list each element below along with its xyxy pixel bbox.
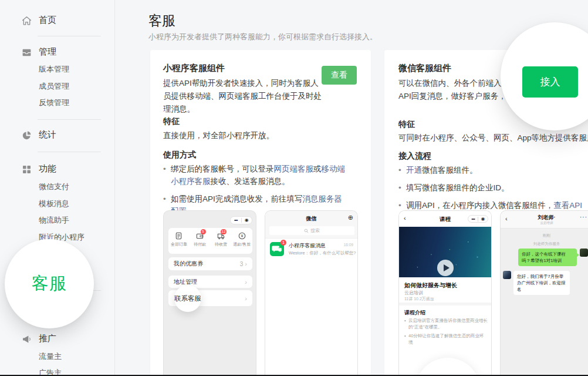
service-note: 刘老师为你服务 xyxy=(501,241,588,247)
shortcut-pending-receipt: 12 待收货 xyxy=(211,228,232,254)
view-button[interactable]: 查看 xyxy=(322,66,357,85)
shortcut-refund: ¥ 退款/售后 xyxy=(231,228,252,254)
join-button[interactable]: 接入 xyxy=(522,66,578,98)
shortcut-label: 退款/售后 xyxy=(231,241,252,247)
text: 填写微信客服组件的企业ID。 xyxy=(406,183,509,192)
row-label: 我的优惠券 xyxy=(174,260,240,268)
refund-icon: ¥ xyxy=(238,231,246,240)
wechat-title: 微信 xyxy=(265,215,357,223)
flow-item: 开通微信客服组件。 xyxy=(398,164,583,176)
card-miniprogram-service: 小程序客服组件 查看 提供API帮助开发者快速接入，同时为客服人员提供移动端、网… xyxy=(150,50,371,376)
page-subtitle: 小程序为开发者提供了两种客服能力，你可根据需求自行选择接入。 xyxy=(148,32,377,42)
sidebar-item-features[interactable]: 功能 xyxy=(39,163,56,174)
agent-org: 云启培训 xyxy=(501,221,588,225)
incoming-bubble: 您好，我们将于7月份举办广州线下培训，欢迎报名 xyxy=(513,271,570,295)
sidebar-divider xyxy=(38,152,101,152)
intro-heading: 课程介绍 xyxy=(404,309,425,317)
sidebar-divider xyxy=(38,36,101,36)
miniprogram-capsule: ••• ◉ xyxy=(468,215,488,223)
unread-badge: 1 xyxy=(281,240,286,246)
row-value: 3 xyxy=(240,261,244,267)
svg-text:¥: ¥ xyxy=(241,233,244,239)
more-icon: ··· xyxy=(580,214,587,220)
sidebar-item-customer-service[interactable]: 客服 xyxy=(32,272,67,296)
chat-preview: Westore：你好，有什么可以帮您? xyxy=(289,250,356,256)
spotlight-sidebar-kefu: 客服 xyxy=(5,239,94,328)
megaphone-icon xyxy=(21,334,32,345)
sidebar-subitem-label: 微信支付 xyxy=(39,182,69,191)
user-avatar xyxy=(580,249,588,257)
sidebar-item-manage[interactable]: 管理 xyxy=(39,46,56,58)
sidebar-item-traffic-owner[interactable]: 流量主 xyxy=(39,351,62,362)
sidebar-item-home[interactable]: 首页 xyxy=(39,15,56,26)
close-target-icon: ◉ xyxy=(242,217,252,224)
badge: 5 xyxy=(201,229,206,234)
miniprogram-capsule: ••• ◉ xyxy=(230,216,252,224)
search-icon xyxy=(304,229,309,233)
intro-item: 云启培训官方直播告诉你微信里商业增长的“正道”在哪里。 xyxy=(404,317,488,330)
open-service-link[interactable]: 开通 xyxy=(406,166,422,174)
row-label: 地址管理 xyxy=(174,278,245,286)
chevron-right-icon: › xyxy=(245,278,247,286)
section-divider xyxy=(399,303,491,306)
spotlight-contact-service: 联系客服 xyxy=(174,285,201,312)
screenshot-service-chat: ‹ 刘老师· 云启培训 ··· 刚刚 刘老师为你服务 你好，这个有线下课程吗？希… xyxy=(500,210,588,376)
sidebar-item-logistics[interactable]: 物流助手 xyxy=(39,215,69,226)
chat-title: 小程序客服消息 xyxy=(289,242,326,250)
chat-list-item: 1 小程序客服消息 16:09 Westore：你好，有什么可以帮您? xyxy=(265,239,357,260)
sidebar-subitem-label: 流量主 xyxy=(39,352,62,361)
chat-header: ‹ 刘老师· 云启培训 ··· xyxy=(501,211,588,229)
text: 微信客服组件。 xyxy=(422,166,478,174)
sidebar-subitem-label: 模板消息 xyxy=(39,199,69,208)
course-title: 如何做好服务与增长 xyxy=(404,281,457,290)
usage-item: 绑定后的客服帐号，可以登录网页端客服或移动端小程序客服接收、发送客服消息。 xyxy=(163,163,348,187)
inbox-icon xyxy=(21,47,32,58)
shortcut-pending-payment: 5 待付款 xyxy=(190,228,211,254)
feature-heading: 特征 xyxy=(398,119,415,130)
video-thumbnail xyxy=(399,227,491,277)
web-service-link[interactable]: 网页端客服 xyxy=(274,164,314,173)
sidebar-item-label: 管理 xyxy=(39,46,56,56)
sidebar-subitem-label: 版本管理 xyxy=(39,65,69,73)
text: 或 xyxy=(313,164,322,173)
screenshot-wechat-list: 微信 ⊕ 搜索 1 小程序客服消息 16:09 Westore：你好，有什么可以… xyxy=(265,210,358,376)
sidebar-item-feedback-manage[interactable]: 反馈管理 xyxy=(39,98,69,108)
feature-text: 可同时在小程序、公众号、网页、App等地方提供客服服务。 xyxy=(398,133,588,143)
sidebar-item-promotion[interactable]: 推广 xyxy=(39,333,56,344)
chevron-right-icon: › xyxy=(245,260,247,267)
sidebar-item-version-manage[interactable]: 版本管理 xyxy=(39,64,69,75)
more-dots-icon: ••• xyxy=(468,216,478,223)
sidebar-item-member-manage[interactable]: 成员管理 xyxy=(39,81,69,92)
search-placeholder: 搜索 xyxy=(310,227,320,234)
shortcut-all-orders: 全部订单 xyxy=(168,228,190,254)
clipboard-icon xyxy=(174,231,183,240)
screenshot-course-page: ‹ 课程 ••• ◉ 如何做好服务与增长 云启培训 11讲 10.2万播放 课程… xyxy=(398,210,492,376)
feature-text: 直接使用，对全部小程序开放。 xyxy=(163,130,274,141)
text: 如需使用API完成消息收发，前往填写 xyxy=(171,194,302,203)
screenshot-order-page: ••• ◉ 全部订单 5 待付款 12 待收货 ¥ 退款/售后 xyxy=(163,210,256,376)
spotlight-faint-circle xyxy=(415,358,481,376)
shortcut-label: 全部订单 xyxy=(168,241,190,247)
usage-heading: 使用方式 xyxy=(163,150,196,160)
text: 调用API，在小程序内接入微信客服组件， xyxy=(406,201,553,210)
sidebar-item-label: 首页 xyxy=(39,15,56,25)
row-coupons: 我的优惠券 3 › xyxy=(168,257,252,270)
pie-chart-icon xyxy=(21,130,32,141)
course-meta: 11讲 10.2万播放 xyxy=(404,296,434,302)
sidebar-item-statistics[interactable]: 统计 xyxy=(39,129,56,140)
shortcut-label: 待付款 xyxy=(190,241,211,247)
search-bar: 搜索 xyxy=(269,226,354,235)
close-target-icon: ◉ xyxy=(478,216,488,223)
card-title: 微信客服组件 xyxy=(398,63,451,74)
text: 绑定后的客服帐号，可以登录 xyxy=(171,164,274,173)
card-description: 提供API帮助开发者快速接入，同时为客服人员提供移动端、网页端客服工作台便于及时… xyxy=(163,77,326,116)
sidebar-item-wechat-pay[interactable]: 微信支付 xyxy=(39,182,69,192)
more-dots-icon: ••• xyxy=(231,217,241,224)
chat-time: 16:09 xyxy=(344,243,353,247)
sidebar-divider xyxy=(38,119,101,120)
intro-list: 云启培训官方直播告诉你微信里商业增长的“正道”在哪里。 40分钟让你迅速了解微信… xyxy=(404,317,488,348)
sidebar-item-template-message[interactable]: 模板消息 xyxy=(39,199,69,209)
sidebar-subitem-label: 物流助手 xyxy=(39,216,69,224)
play-button-icon xyxy=(437,260,454,276)
outgoing-bubble: 你好，这个有线下课程吗？希望有1对1培训 xyxy=(518,249,577,266)
